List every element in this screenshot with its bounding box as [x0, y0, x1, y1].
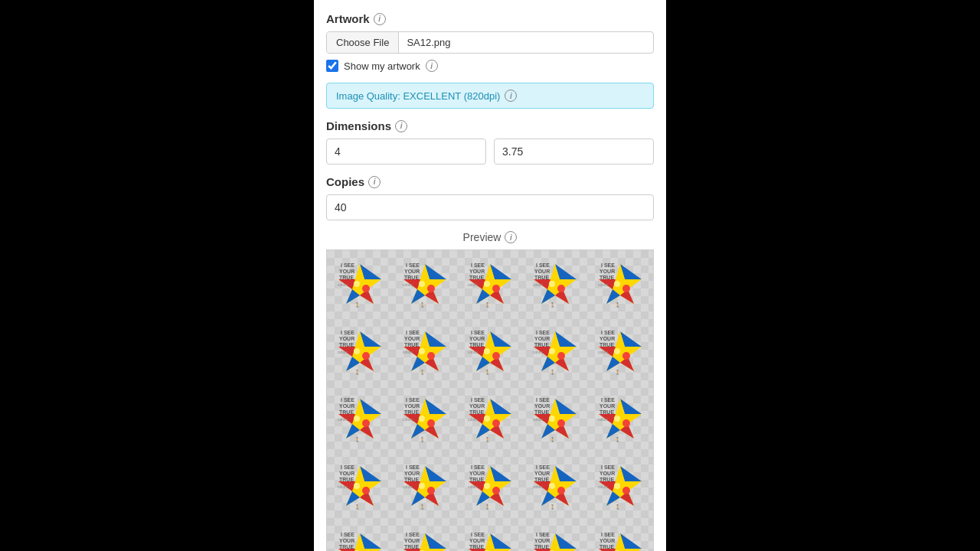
list-item: I SEEYOURTRUEcolors🚶 [523, 520, 588, 551]
copies-input[interactable] [326, 194, 654, 220]
svg-text:YOUR: YOUR [534, 336, 550, 341]
svg-text:TRUE: TRUE [534, 544, 549, 549]
svg-text:colors: colors [598, 282, 609, 287]
svg-text:TRUE: TRUE [534, 477, 549, 482]
svg-text:YOUR: YOUR [339, 403, 354, 409]
svg-point-133 [622, 352, 630, 360]
svg-text:I SEE: I SEE [536, 262, 550, 268]
svg-text:colors: colors [403, 484, 413, 489]
svg-text:YOUR: YOUR [339, 538, 354, 543]
svg-text:YOUR: YOUR [469, 336, 485, 341]
svg-text:YOUR: YOUR [404, 471, 420, 476]
svg-point-273 [622, 487, 630, 494]
artwork-label: Artwork [326, 12, 370, 25]
svg-text:I SEE: I SEE [341, 397, 354, 403]
quality-label: Image Quality: EXCELLENT (820dpi) [336, 90, 500, 102]
svg-text:🚶: 🚶 [420, 370, 426, 376]
svg-text:I SEE: I SEE [471, 465, 485, 470]
svg-point-175 [492, 419, 500, 427]
svg-text:I SEE: I SEE [341, 532, 354, 537]
show-artwork-label: Show my artwork [344, 60, 420, 72]
svg-text:I SEE: I SEE [406, 532, 420, 537]
svg-text:colors: colors [468, 484, 479, 489]
svg-text:colors: colors [468, 350, 479, 354]
preview-title: Preview i [326, 231, 654, 243]
svg-point-217 [362, 487, 370, 494]
svg-point-78 [354, 348, 360, 354]
copies-info-icon[interactable]: i [368, 176, 381, 188]
height-input[interactable] [494, 139, 654, 165]
svg-text:colors: colors [468, 417, 479, 422]
svg-text:TRUE: TRUE [469, 477, 484, 482]
svg-text:I SEE: I SEE [601, 532, 615, 537]
svg-point-22 [419, 281, 425, 287]
svg-text:TRUE: TRUE [599, 342, 614, 347]
list-item: I SEEYOURTRUEcolors🚶 [457, 520, 522, 551]
list-item: I SEEYOURTRUEcolors🚶 [523, 385, 588, 452]
list-item: I SEEYOURTRUEcolors🚶 [327, 385, 392, 452]
svg-text:YOUR: YOUR [599, 336, 615, 341]
svg-point-21 [427, 285, 435, 292]
list-item: I SEEYOURTRUEcolors🚶 [457, 250, 522, 318]
preview-label: Preview [463, 231, 501, 243]
svg-text:YOUR: YOUR [534, 471, 550, 476]
svg-text:🚶: 🚶 [485, 302, 491, 308]
svg-text:TRUE: TRUE [339, 275, 354, 280]
list-item: I SEEYOURTRUEcolors🚶 [588, 520, 653, 551]
show-artwork-checkbox[interactable] [326, 60, 338, 72]
artwork-info-icon[interactable]: i [374, 13, 386, 25]
width-input[interactable] [326, 139, 486, 165]
choose-file-button[interactable]: Choose File [327, 32, 399, 53]
svg-text:YOUR: YOUR [469, 538, 485, 543]
svg-text:colors: colors [533, 350, 544, 354]
svg-text:🚶: 🚶 [550, 437, 556, 443]
quality-info-icon[interactable]: i [505, 90, 517, 102]
list-item: I SEEYOURTRUEcolors🚶 [392, 452, 457, 520]
list-item: I SEEYOURTRUEcolors🚶 [327, 250, 392, 318]
svg-text:🚶: 🚶 [615, 504, 621, 510]
svg-point-176 [484, 416, 490, 422]
preview-section: Preview i I SEEYOURTRUEcolors🚶 I SEEYOUR… [326, 231, 654, 551]
list-item: I SEEYOURTRUEcolors🚶 [588, 385, 653, 452]
svg-text:colors: colors [598, 484, 609, 489]
svg-text:TRUE: TRUE [599, 275, 614, 280]
svg-text:YOUR: YOUR [534, 538, 550, 543]
dimensions-info-icon[interactable]: i [395, 120, 407, 132]
svg-text:TRUE: TRUE [469, 409, 484, 415]
svg-text:TRUE: TRUE [404, 544, 419, 549]
list-item: I SEEYOURTRUEcolors🚶 [392, 385, 457, 452]
show-artwork-info-icon[interactable]: i [426, 60, 438, 72]
svg-text:TRUE: TRUE [534, 342, 549, 347]
dimensions-label: Dimensions [326, 119, 391, 132]
list-item: I SEEYOURTRUEcolors🚶 [588, 250, 653, 318]
svg-point-64 [614, 281, 620, 287]
svg-text:YOUR: YOUR [599, 538, 615, 543]
svg-text:TRUE: TRUE [339, 409, 354, 415]
list-item: I SEEYOURTRUEcolors🚶 [392, 318, 457, 385]
svg-text:I SEE: I SEE [601, 262, 615, 268]
svg-text:YOUR: YOUR [534, 403, 550, 409]
copies-label: Copies [326, 175, 364, 188]
svg-point-162 [419, 416, 425, 422]
svg-text:TRUE: TRUE [599, 409, 614, 415]
svg-text:colors: colors [468, 282, 479, 287]
list-item: I SEEYOURTRUEcolors🚶 [457, 452, 522, 520]
dimensions-title: Dimensions i [326, 119, 654, 132]
svg-point-246 [484, 483, 490, 489]
list-item: I SEEYOURTRUEcolors🚶 [327, 452, 392, 520]
show-artwork-row: Show my artwork i [326, 60, 654, 72]
svg-text:YOUR: YOUR [534, 269, 550, 274]
copies-section: Copies i [326, 175, 654, 220]
svg-text:I SEE: I SEE [406, 465, 420, 470]
svg-text:colors: colors [533, 484, 544, 489]
svg-text:I SEE: I SEE [406, 330, 420, 335]
svg-text:I SEE: I SEE [341, 330, 354, 335]
svg-text:TRUE: TRUE [534, 409, 549, 415]
svg-text:YOUR: YOUR [599, 471, 615, 476]
svg-text:🚶: 🚶 [354, 370, 361, 376]
svg-text:YOUR: YOUR [404, 403, 420, 409]
preview-info-icon[interactable]: i [505, 231, 517, 243]
list-item: I SEEYOURTRUEcolors🚶 [457, 385, 522, 452]
svg-text:🚶: 🚶 [550, 370, 556, 376]
file-input-row: Choose File SA12.png [326, 31, 654, 54]
